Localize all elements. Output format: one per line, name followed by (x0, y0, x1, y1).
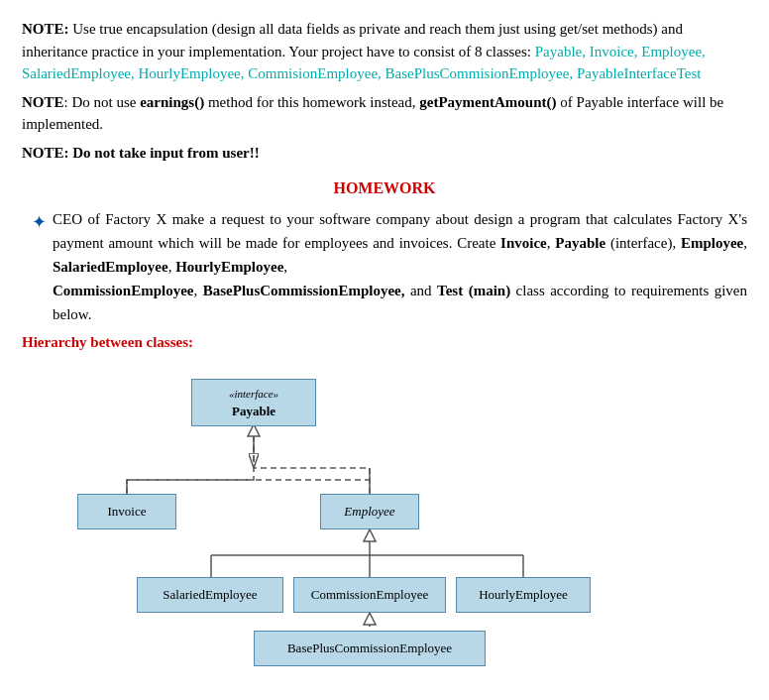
employee-class: Employee (681, 235, 743, 251)
svg-marker-12 (364, 613, 376, 625)
payable-stereotype: «interface» (229, 388, 278, 400)
getpayment-method: getPaymentAmount() (419, 94, 556, 110)
earnings-method: earnings() (140, 94, 204, 110)
hourly-box: HourlyEmployee (456, 577, 591, 613)
note2-label: NOTE (22, 94, 64, 110)
uml-diagram: «interface» Payable Invoice Employee Sal… (28, 369, 741, 656)
commission-label: CommissionEmployee (311, 587, 428, 602)
salaried-box: SalariedEmployee (137, 577, 283, 613)
payable-box: «interface» Payable (191, 379, 316, 426)
bullet-text: CEO of Factory X make a request to your … (53, 207, 747, 326)
hourly-class: HourlyEmployee (175, 259, 283, 275)
invoice-class: Invoice (500, 235, 547, 251)
note-block-1: NOTE: Use true encapsulation (design all… (22, 18, 747, 85)
note2-mid: method for this homework instead, (204, 94, 419, 110)
baseplus-label: BasePlusCommissionEmployee (287, 641, 452, 655)
bullet-section: ✦ CEO of Factory X make a request to you… (32, 207, 747, 326)
payable-label: Payable (232, 404, 275, 418)
basePlus-class: BasePlusCommissionEmployee, (203, 283, 405, 298)
payable-class: Payable (555, 235, 605, 251)
note3-text: NOTE: Do not take input from user!! (22, 145, 260, 161)
invoice-box: Invoice (77, 494, 176, 529)
bullet-row: ✦ CEO of Factory X make a request to you… (32, 207, 747, 326)
baseplus-box: BasePlusCommissionEmployee (254, 631, 486, 666)
svg-marker-10 (364, 529, 376, 541)
note-block-3: NOTE: Do not take input from user!! (22, 142, 747, 165)
employee-label: Employee (344, 504, 394, 519)
hierarchy-label: Hierarchy between classes: (22, 334, 747, 351)
salaried-class: SalariedEmployee (53, 259, 168, 275)
note1-label: NOTE: (22, 21, 72, 37)
commission-class: CommissionEmployee (53, 283, 194, 298)
invoice-label: Invoice (108, 504, 147, 519)
commission-box: CommissionEmployee (293, 577, 446, 613)
hourly-label: HourlyEmployee (479, 587, 568, 602)
salaried-label: SalariedEmployee (163, 587, 257, 602)
test-class: Test (main) (437, 283, 510, 298)
note2-text: : Do not use (64, 94, 141, 110)
employee-box: Employee (320, 494, 419, 529)
note-block-2: NOTE: Do not use earnings() method for t… (22, 91, 747, 136)
homework-title: HOMEWORK (22, 179, 747, 197)
bullet-icon: ✦ (32, 208, 47, 237)
paragraph-intro: CEO of Factory X make a request to your … (53, 211, 747, 251)
